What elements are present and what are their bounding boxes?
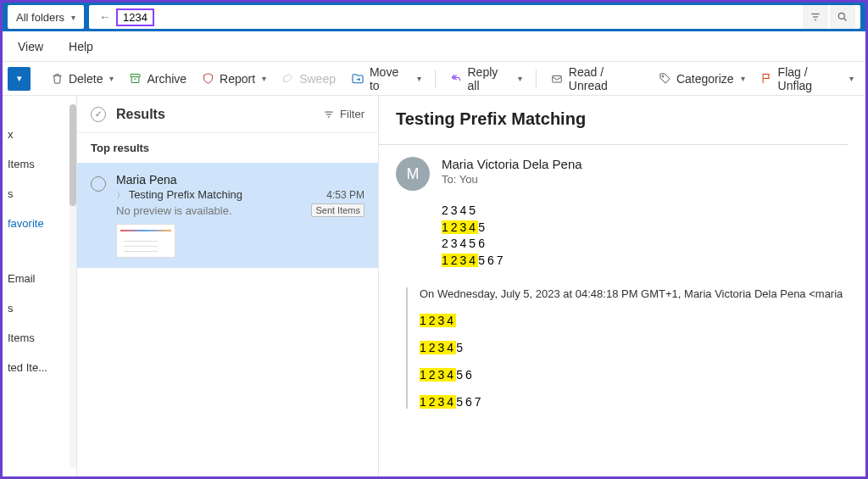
svg-point-7 [662, 75, 664, 77]
sidebar-item[interactable]: s [3, 179, 76, 209]
tag-icon [659, 72, 671, 85]
quoted-message: On Wednesday, July 5, 2023 at 04:48:18 P… [406, 287, 849, 409]
toolbar: ▾ Delete ▾ Archive Report ▾ Sweep Move t… [3, 62, 865, 96]
reading-pane: Testing Prefix Matching M Maria Victoria… [379, 96, 865, 476]
search-field-wrap: ← 1234 [89, 5, 860, 29]
reply-all-icon [449, 73, 463, 85]
search-bar: All folders ▾ ← 1234 [3, 3, 865, 31]
search-icon[interactable] [830, 5, 855, 29]
email-sender: Maria Victoria Dela Pena [442, 157, 582, 171]
message-sender: Maria Pena [116, 173, 364, 187]
delete-button[interactable]: Delete ▾ [44, 69, 120, 89]
sidebar-item[interactable]: ted Ite... [3, 353, 76, 382]
sidebar-item[interactable]: Email [3, 264, 76, 293]
message-thumbnail [116, 224, 175, 258]
move-button[interactable]: Move to ▾ [344, 62, 428, 96]
filter-icon[interactable] [803, 5, 828, 29]
select-all-checkbox[interactable]: ✓ [91, 107, 106, 122]
svg-rect-6 [553, 75, 562, 82]
reply-all-button[interactable]: Reply all ▾ [442, 62, 529, 96]
chevron-down-icon: ▾ [109, 74, 114, 83]
message-folder-tag: Sent Items [311, 203, 364, 217]
search-input[interactable]: 1234 [116, 8, 154, 26]
chevron-down-icon: ▾ [262, 74, 266, 83]
message-select-checkbox[interactable] [91, 176, 106, 192]
results-title: Results [116, 107, 165, 122]
folder-scope-label: All folders [16, 11, 64, 24]
folder-move-icon [351, 72, 364, 86]
trash-icon [51, 72, 64, 85]
chevron-down-icon: ▾ [849, 74, 854, 83]
svg-line-4 [844, 19, 847, 21]
sidebar-item[interactable]: Items [3, 323, 76, 353]
results-header: ✓ Results Filter [77, 96, 378, 133]
message-item[interactable]: Maria Pena 〉 Testing Prefix Matching 4:5… [77, 163, 378, 268]
archive-button[interactable]: Archive [122, 69, 193, 89]
new-mail-dropdown[interactable]: ▾ [8, 67, 31, 91]
read-unread-button[interactable]: Read / Unread [543, 62, 650, 96]
menu-bar: View Help [3, 31, 865, 62]
categorize-button[interactable]: Categorize ▾ [652, 69, 752, 89]
envelope-icon [550, 73, 564, 85]
back-arrow-icon[interactable]: ← [94, 10, 116, 24]
sidebar-scrollbar-thumb[interactable] [70, 104, 76, 206]
sidebar-item[interactable]: s [3, 293, 76, 323]
sidebar-item[interactable]: Items [3, 149, 76, 179]
chevron-down-icon: ▾ [417, 74, 421, 83]
quote-header: On Wednesday, July 5, 2023 at 04:48:18 P… [420, 287, 849, 300]
svg-point-3 [838, 13, 844, 19]
menu-view[interactable]: View [18, 40, 43, 53]
svg-rect-5 [131, 75, 140, 77]
archive-icon [129, 72, 142, 85]
filter-button[interactable]: Filter [323, 108, 364, 120]
avatar: M [396, 157, 430, 191]
top-results-header: Top results [77, 133, 378, 163]
email-subject: Testing Prefix Matching [396, 109, 849, 129]
email-to: To: You [442, 173, 582, 186]
sweep-icon [281, 72, 294, 85]
chevron-down-icon: ▾ [741, 74, 745, 83]
email-body: 2345 12345 23456 1234567 [442, 203, 849, 269]
results-list: ✓ Results Filter Top results Maria Pena … [77, 96, 379, 476]
sidebar-item[interactable]: x [3, 120, 76, 149]
shield-icon [202, 72, 214, 85]
flag-button[interactable]: Flag / Unflag ▾ [754, 62, 860, 96]
folder-scope-dropdown[interactable]: All folders ▾ [8, 5, 84, 29]
chevron-down-icon: ▾ [518, 74, 522, 83]
menu-help[interactable]: Help [69, 40, 93, 53]
chevron-down-icon: ▾ [71, 13, 75, 22]
sweep-button: Sweep [275, 69, 342, 89]
message-time: 4:53 PM [326, 189, 364, 201]
message-preview: No preview is available. [116, 204, 232, 217]
report-button[interactable]: Report ▾ [195, 69, 273, 89]
flag-icon [760, 72, 773, 85]
message-subject: 〉 Testing Prefix Matching [116, 188, 242, 202]
folder-sidebar: x Items s favorite Email s Items ted Ite… [3, 96, 77, 476]
sidebar-item-favorite[interactable]: favorite [3, 209, 76, 238]
main-region: x Items s favorite Email s Items ted Ite… [3, 96, 865, 476]
